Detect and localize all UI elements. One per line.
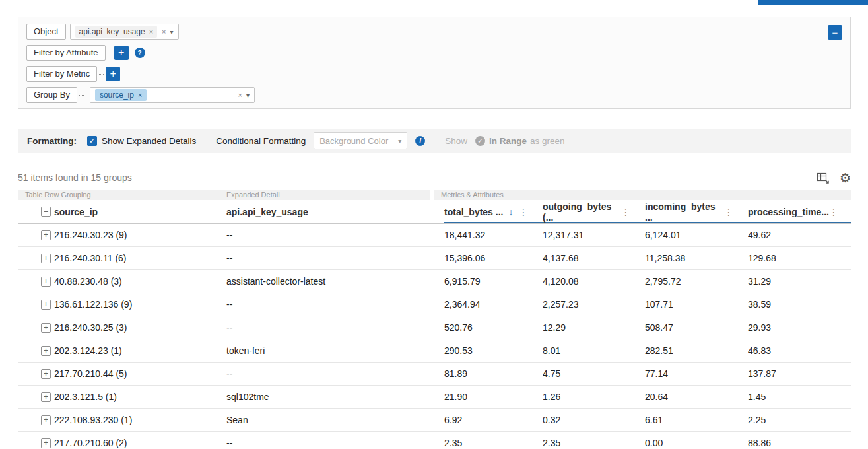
row-metric-value: 88.86 (748, 438, 851, 448)
row-expand-cell: + (18, 270, 54, 293)
expand-row-icon[interactable]: + (41, 392, 51, 402)
background-color-select[interactable]: Background Color ▾ (314, 132, 407, 149)
row-group-value: 40.88.230.48 (3) (54, 276, 226, 287)
clear-group-by-icon[interactable]: × (238, 91, 242, 99)
top-right-blue-strip (758, 0, 868, 5)
row-metric-value: 81.89 (444, 368, 543, 379)
row-metric-value: 508.47 (645, 322, 748, 333)
collapse-panel-button[interactable]: − (828, 25, 842, 40)
connector-line (99, 74, 104, 75)
object-dropdown[interactable]: api.api_key_usage × × ▾ (70, 24, 179, 40)
row-metric-value: 18,441.32 (444, 230, 543, 240)
show-expanded-details-label: Show Expanded Details (102, 136, 196, 146)
table-row: +216.240.30.23 (9)--18,441.3212,317.316,… (18, 224, 851, 247)
group-by-button[interactable]: Group By (26, 87, 77, 103)
row-metric-value: 0.00 (645, 438, 748, 448)
group-by-chip-label: source_ip (100, 90, 134, 100)
expand-row-icon[interactable]: + (41, 300, 51, 310)
collapse-all-icon[interactable]: − (41, 207, 51, 217)
group-by-dropdown[interactable]: source_ip × × ▾ (90, 87, 255, 103)
chevron-down-icon[interactable]: ▾ (246, 92, 250, 99)
row-metric-value: 12,317.31 (543, 230, 645, 240)
row-detail-value: assistant-collector-latest (226, 276, 444, 287)
column-header-processing-time[interactable]: processing_time... ⋮ (748, 200, 851, 224)
show-expanded-details-checkbox[interactable]: ✓ (87, 136, 97, 146)
row-metric-value: 31.29 (748, 276, 851, 287)
add-attribute-filter-button[interactable]: + (114, 46, 129, 60)
object-chip-label: api.api_key_usage (79, 27, 145, 36)
row-detail-value: -- (226, 299, 444, 310)
table-row: +222.108.93.230 (1)Sean6.920.326.612.25 (18, 409, 851, 432)
column-header-api-key-usage[interactable]: api.api_key_usage (226, 200, 444, 224)
row-metric-value: 20.64 (645, 392, 748, 402)
section-header-grouping: Table Row Grouping (25, 190, 91, 200)
column-menu-icon[interactable]: ⋮ (724, 207, 733, 217)
expand-row-icon[interactable]: + (41, 346, 51, 356)
expand-row-icon[interactable]: + (41, 254, 51, 263)
table-row: +40.88.230.48 (3)assistant-collector-lat… (18, 270, 851, 293)
column-menu-icon[interactable]: ⋮ (519, 207, 528, 217)
sort-desc-icon[interactable]: ↓ (508, 207, 513, 217)
filter-by-metric-button[interactable]: Filter by Metric (26, 66, 97, 82)
add-metric-filter-button[interactable]: + (106, 67, 120, 81)
group-by-row: Group By source_ip × × ▾ (26, 86, 842, 104)
object-label: Object (26, 24, 66, 40)
status-row: 51 items found in 15 groups ⚙ (18, 170, 851, 185)
column-label: outgoing_bytes (... (543, 201, 621, 223)
column-header-source-ip[interactable]: source_ip (54, 200, 226, 224)
row-expand-cell: + (18, 386, 54, 408)
plus-icon: + (118, 47, 124, 59)
column-menu-icon[interactable]: ⋮ (621, 207, 630, 217)
formatting-bar: Formatting: ✓ Show Expanded Details Cond… (18, 129, 851, 153)
column-menu-icon[interactable]: ⋮ (829, 207, 838, 217)
expand-row-icon[interactable]: + (41, 438, 51, 448)
info-icon[interactable]: i (415, 136, 425, 146)
section-header-expanded: Expanded Detail (226, 190, 280, 200)
export-csv-icon[interactable] (817, 172, 830, 184)
show-label: Show (445, 136, 467, 146)
remove-group-chip-icon[interactable]: × (138, 91, 142, 99)
row-metric-value: 2.25 (748, 415, 851, 425)
row-metric-value: 4,137.68 (543, 253, 645, 263)
row-metric-value: 2,795.72 (645, 276, 748, 287)
row-group-value: 217.70.210.60 (2) (54, 438, 226, 448)
header-icon-cell: − (18, 200, 54, 224)
column-header-outgoing-bytes[interactable]: outgoing_bytes (... ⋮ (543, 200, 645, 224)
row-metric-value: 6,124.01 (645, 230, 748, 240)
row-detail-value: sql102tme (226, 392, 444, 402)
row-metric-value: 2,257.23 (543, 299, 645, 310)
row-detail-value: -- (226, 253, 444, 263)
chevron-down-icon[interactable]: ▾ (170, 28, 174, 36)
column-header-incoming-bytes[interactable]: incoming_bytes ... ⋮ (645, 200, 748, 224)
help-icon[interactable]: ? (135, 48, 145, 58)
clear-object-icon[interactable]: × (162, 28, 166, 36)
expand-row-icon[interactable]: + (41, 323, 51, 333)
table-body: +216.240.30.23 (9)--18,441.3212,317.316,… (18, 224, 851, 449)
row-metric-value: 107.71 (645, 299, 748, 310)
in-range-check-icon: ✓ (475, 136, 485, 146)
group-by-chip: source_ip × (95, 89, 147, 101)
row-metric-value: 4,120.08 (543, 276, 645, 287)
row-metric-value: 46.83 (748, 345, 851, 356)
row-group-value: 217.70.210.44 (5) (54, 368, 226, 379)
expand-row-icon[interactable]: + (41, 369, 51, 379)
row-group-value: 216.240.30.23 (9) (54, 230, 226, 240)
background-color-select-value: Background Color (319, 136, 388, 146)
filter-by-attribute-button[interactable]: Filter by Attribute (26, 45, 106, 61)
table-header-row: − source_ip api.api_key_usage total_byte… (18, 200, 851, 224)
row-group-value: 216.240.30.11 (6) (54, 253, 226, 263)
column-header-total-bytes[interactable]: total_bytes ... ↓ ⋮ (444, 200, 543, 224)
gear-icon[interactable]: ⚙ (840, 172, 851, 184)
expand-row-icon[interactable]: + (41, 277, 51, 287)
check-icon: ✓ (89, 137, 95, 145)
expand-row-icon[interactable]: + (41, 415, 51, 425)
table-row: +202.3.124.23 (1)token-feri290.538.01282… (18, 339, 851, 363)
remove-object-chip-icon[interactable]: × (149, 28, 153, 36)
expand-row-icon[interactable]: + (41, 230, 51, 240)
row-metric-value: 6,915.79 (444, 276, 543, 287)
row-metric-value: 282.51 (645, 345, 748, 356)
row-metric-value: 2.35 (444, 438, 543, 448)
object-chip: api.api_key_usage × (75, 26, 158, 38)
row-metric-value: 1.26 (543, 392, 645, 402)
row-detail-value: -- (226, 322, 444, 333)
